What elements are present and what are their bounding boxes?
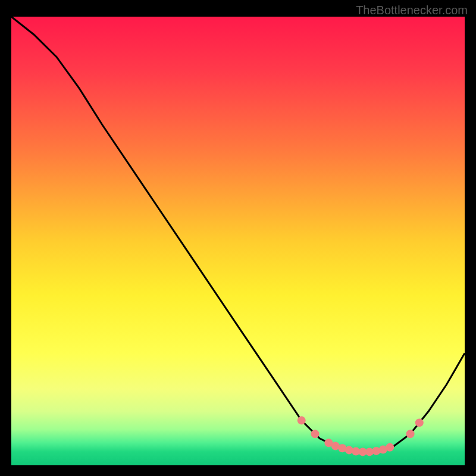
plot-area <box>11 17 465 465</box>
marker-dot <box>311 430 320 438</box>
attribution-label: TheBottlenecker.com <box>356 4 468 17</box>
marker-dot <box>415 418 424 427</box>
marker-dots <box>11 17 465 465</box>
marker-dot <box>406 430 415 438</box>
marker-dot <box>298 416 306 425</box>
marker-dot <box>386 443 394 452</box>
